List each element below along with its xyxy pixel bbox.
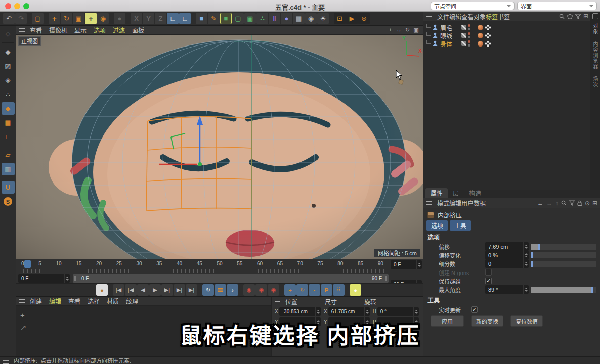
previous-key-icon[interactable]: |◀ xyxy=(125,284,137,296)
menu-mode[interactable]: 模式 xyxy=(437,199,449,207)
size-x-field[interactable]: 61.705 cm xyxy=(328,307,370,316)
live-selection-icon[interactable]: ▢ xyxy=(32,13,44,24)
texture-mode-icon[interactable]: ▨ xyxy=(2,60,15,72)
menu-display[interactable]: 显示 xyxy=(74,26,87,34)
deformer-icon[interactable]: ● xyxy=(281,13,292,24)
material-tag-icon[interactable] xyxy=(478,41,483,47)
preserve-groups-checkbox[interactable]: ✓ xyxy=(485,278,492,284)
subdivision-slider[interactable] xyxy=(531,261,596,267)
camera-icon[interactable]: ◉ xyxy=(305,13,317,24)
apply-button[interactable]: 应用 xyxy=(431,315,464,327)
add-cube-icon[interactable]: ■ xyxy=(196,13,207,24)
redo-icon[interactable]: ↷ xyxy=(15,13,27,24)
menu-create[interactable]: 创建 xyxy=(30,297,42,305)
menu-edit[interactable]: 编辑 xyxy=(49,297,61,305)
move-tool-icon[interactable]: + xyxy=(49,13,60,24)
menu-view[interactable]: 查看 xyxy=(68,297,80,305)
current-frame-field[interactable]: 0 F xyxy=(18,274,70,283)
menu-select[interactable]: 选择 xyxy=(88,297,100,305)
edit-tag-icon[interactable] xyxy=(461,33,466,38)
add-material-icon[interactable]: + xyxy=(20,311,25,320)
previous-frame-icon[interactable]: ◀ xyxy=(137,284,149,296)
menu-view[interactable]: 查看 xyxy=(30,26,42,34)
lock-icon[interactable] xyxy=(577,200,582,206)
up-icon[interactable]: ↑ xyxy=(555,200,559,207)
object-row-body[interactable]: 身体 xyxy=(423,39,590,48)
x-axis-lock-icon[interactable]: X xyxy=(131,13,142,24)
edge-mode-icon[interactable]: ∴ xyxy=(2,88,15,101)
menu-tags[interactable]: 标签 xyxy=(486,12,498,21)
offset-slider[interactable] xyxy=(531,244,596,250)
viewport-maximize-icon[interactable]: ▣ xyxy=(412,27,420,33)
timeline-ruler[interactable]: 0510 152025 303540 455055 606570 758085 … xyxy=(18,259,389,269)
menu-icon[interactable] xyxy=(19,299,25,300)
edit-tag-icon[interactable] xyxy=(461,25,466,30)
polygon-selection-tag-icon[interactable] xyxy=(485,33,491,38)
menu-file[interactable]: 文件 xyxy=(437,12,449,21)
workplane-icon[interactable]: ▱ xyxy=(2,149,15,161)
material-tag-icon[interactable] xyxy=(478,33,483,38)
rotate-tool-icon[interactable]: ↻ xyxy=(61,13,72,24)
max-angle-field[interactable]: 89 ° xyxy=(485,285,529,294)
menu-icon[interactable] xyxy=(426,15,432,15)
material-tag-icon[interactable] xyxy=(478,25,483,30)
make-editable-icon[interactable]: ◇ xyxy=(2,27,15,40)
subdivision-field[interactable]: 0 xyxy=(485,259,529,268)
record-parameter-icon[interactable]: P xyxy=(321,284,332,296)
record-pla-icon[interactable]: ⠿ xyxy=(333,284,345,296)
menu-panel[interactable]: 面板 xyxy=(132,26,144,34)
quantize-icon[interactable]: S xyxy=(2,195,15,208)
tab-options[interactable]: 选项 xyxy=(426,220,448,231)
polygon-selection-tag-icon[interactable] xyxy=(485,25,491,30)
last-used-tool-button[interactable]: ◉ xyxy=(97,13,109,24)
range-start-field[interactable]: 0 F xyxy=(391,260,422,269)
search-icon[interactable] xyxy=(561,200,567,206)
visibility-dots[interactable] xyxy=(468,24,470,30)
tab-content-browser[interactable]: 内容浏览器 xyxy=(591,41,599,69)
menu-material[interactable]: 材质 xyxy=(107,297,119,305)
offset-field[interactable]: 7.69 cm xyxy=(485,242,529,251)
auto-key-toggle-icon[interactable]: ● xyxy=(350,284,361,296)
goto-start-icon[interactable]: |◀ xyxy=(113,284,124,296)
menu-icon[interactable] xyxy=(275,300,280,300)
next-frame-icon[interactable]: ▶| xyxy=(161,284,173,296)
tab-takes[interactable]: 场次 xyxy=(591,76,599,87)
search-icon[interactable] xyxy=(559,14,565,19)
menu-icon[interactable] xyxy=(3,360,9,361)
menu-edit[interactable]: 编辑 xyxy=(449,199,461,207)
subdivision-surface-icon[interactable]: ■ xyxy=(220,13,232,24)
tweak-mode-icon[interactable]: ▦ xyxy=(2,116,15,129)
timeline-range-slider[interactable]: 0 F 90 F xyxy=(73,274,389,283)
create-ngons-checkbox[interactable] xyxy=(485,269,492,276)
tab-tool[interactable]: 工具 xyxy=(450,220,471,231)
extrude-generator-icon[interactable]: ▢ xyxy=(232,13,244,24)
spline-pen-icon[interactable]: ✎ xyxy=(208,13,220,24)
object-row-eyeline[interactable]: 眼线 xyxy=(423,31,590,39)
keyframe-selection-icon[interactable]: ◉ xyxy=(268,284,279,296)
reset-values-button[interactable]: 复位数值 xyxy=(510,315,543,327)
active-tool-button[interactable]: + xyxy=(85,13,97,24)
array-generator-icon[interactable]: ∴ xyxy=(256,13,268,24)
coordinate-system-icon[interactable]: ∟ xyxy=(167,13,179,24)
enable-axis-icon[interactable]: ∟ xyxy=(2,130,15,143)
stepper-icon[interactable] xyxy=(64,274,70,283)
record-active-objects-icon[interactable]: ◉ xyxy=(243,284,255,296)
filter-icon[interactable] xyxy=(575,14,581,19)
polygon-selection-tag-icon[interactable] xyxy=(485,41,491,47)
play-icon[interactable]: ▶ xyxy=(149,284,161,296)
viewport-canvas[interactable] xyxy=(16,35,423,259)
visibility-dots[interactable] xyxy=(468,32,470,38)
workplane-mode-icon[interactable]: ∟ xyxy=(179,13,191,24)
interface-select[interactable]: 界面 xyxy=(517,2,597,10)
forward-icon[interactable]: → xyxy=(546,200,552,207)
menu-cameras[interactable]: 摄像机 xyxy=(49,26,67,34)
menu-options[interactable]: 选项 xyxy=(94,26,106,34)
tab-objects[interactable]: 对象 xyxy=(591,23,599,34)
record-key-icon[interactable]: ● xyxy=(96,284,108,296)
offset-variance-field[interactable]: 0 % xyxy=(485,251,529,259)
menu-objects[interactable]: 对象 xyxy=(474,12,486,21)
model-mode-icon[interactable]: ◆ xyxy=(2,46,15,58)
y-axis-lock-icon[interactable]: Y xyxy=(143,13,154,24)
menu-texture[interactable]: 纹理 xyxy=(126,297,138,305)
tab-structure[interactable]: 构造 xyxy=(464,188,486,198)
